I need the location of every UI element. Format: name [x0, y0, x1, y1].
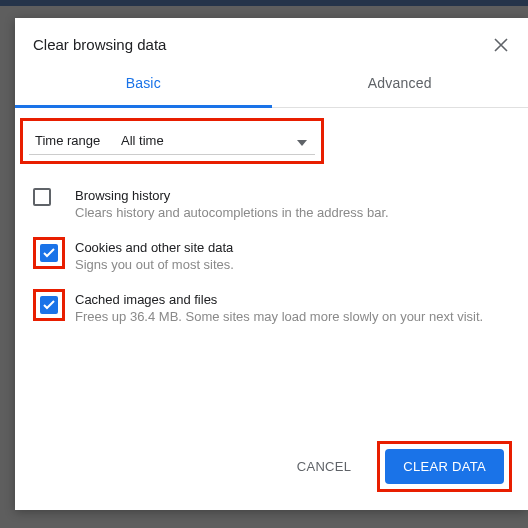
- time-range-select[interactable]: Time range All time: [29, 127, 315, 155]
- dialog-footer: CANCEL CLEAR DATA: [15, 423, 528, 510]
- time-range-value: All time: [113, 133, 297, 148]
- chevron-down-icon: [297, 132, 315, 150]
- option-sub: Frees up 36.4 MB. Some sites may load mo…: [75, 309, 516, 324]
- close-icon[interactable]: [494, 38, 508, 52]
- option-sub: Signs you out of most sites.: [75, 257, 516, 272]
- tab-advanced[interactable]: Advanced: [272, 63, 529, 107]
- time-range-label: Time range: [35, 133, 113, 148]
- clear-data-button[interactable]: CLEAR DATA: [385, 449, 504, 484]
- dialog-header: Clear browsing data: [15, 18, 528, 63]
- option-cookies: Cookies and other site data Signs you ou…: [15, 230, 528, 282]
- option-title: Cached images and files: [75, 292, 516, 307]
- dialog-title: Clear browsing data: [33, 36, 494, 53]
- checkbox-cookies[interactable]: [40, 244, 58, 262]
- option-browsing-history: Browsing history Clears history and auto…: [15, 178, 528, 230]
- checkbox-cached[interactable]: [40, 296, 58, 314]
- checkbox-browsing-history[interactable]: [33, 188, 51, 206]
- option-title: Cookies and other site data: [75, 240, 516, 255]
- clear-browsing-data-dialog: Clear browsing data Basic Advanced Time …: [15, 18, 528, 510]
- tab-basic[interactable]: Basic: [15, 63, 272, 108]
- highlight-box-cookies: [33, 237, 65, 269]
- tabs: Basic Advanced: [15, 63, 528, 108]
- option-cached: Cached images and files Frees up 36.4 MB…: [15, 282, 528, 334]
- dialog-body: Time range All time Browsing history Cle…: [15, 108, 528, 423]
- option-title: Browsing history: [75, 188, 516, 203]
- highlight-box-cached: [33, 289, 65, 321]
- option-sub: Clears history and autocompletions in th…: [75, 205, 516, 220]
- highlight-box-time-range: Time range All time: [20, 118, 324, 164]
- highlight-box-clear-data: CLEAR DATA: [377, 441, 512, 492]
- cancel-button[interactable]: CANCEL: [279, 449, 370, 484]
